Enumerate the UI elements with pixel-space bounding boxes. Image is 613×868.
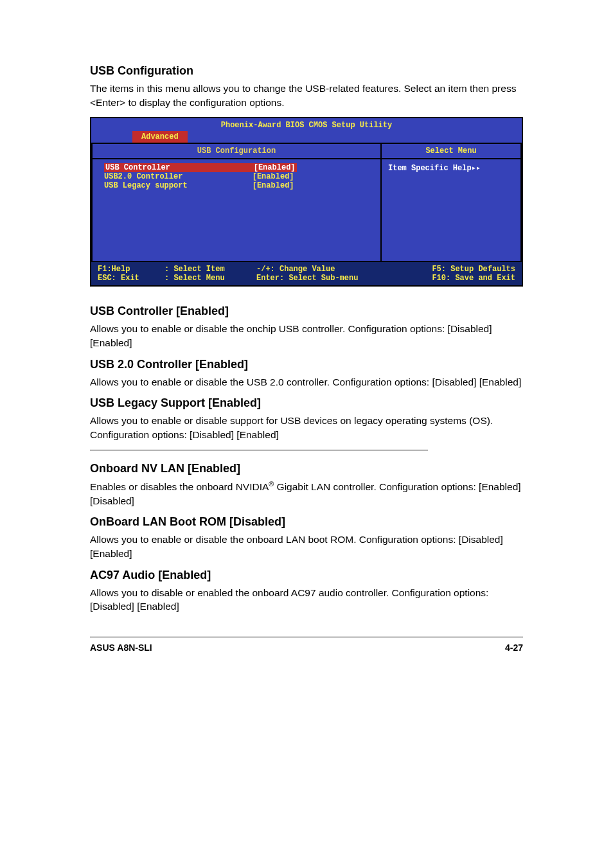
- footer-pagenum: 4-27: [505, 642, 523, 653]
- text-ac97: Allows you to disable or enabled the onb…: [90, 586, 523, 614]
- heading-nvlan: Onboard NV LAN [Enabled]: [90, 462, 523, 475]
- bios-item-label: USB2.0 Controller: [104, 172, 253, 181]
- bios-item-label: USB Controller: [104, 163, 253, 172]
- footer-col: -/+: Change Value Enter: Select Sub-menu: [256, 265, 390, 283]
- bios-item-value: [Enabled]: [253, 181, 294, 190]
- bios-item-usb-controller[interactable]: USB Controller [Enabled]: [104, 163, 369, 172]
- bios-screenshot: Phoenix-Award BIOS CMOS Setup Utility Ad…: [90, 117, 523, 287]
- footer-f1: F1:Help: [98, 265, 164, 274]
- bios-footer: F1:Help ESC: Exit : Select Item : Select…: [91, 262, 522, 285]
- footer-f5: F5: Setup Defaults: [390, 265, 515, 274]
- arrow-right-icon: [472, 164, 481, 173]
- footer-product: ASUS A8N-SLI: [90, 642, 152, 653]
- bios-tab-advanced: Advanced: [132, 131, 188, 143]
- heading-usb20: USB 2.0 Controller [Enabled]: [90, 358, 523, 371]
- bios-item-value: [Enabled]: [253, 172, 294, 181]
- bios-title: Phoenix-Award BIOS CMOS Setup Utility: [91, 118, 522, 131]
- text-nvlan: Enables or disables the onboard NVIDIA® …: [90, 479, 523, 508]
- footer-col: F1:Help ESC: Exit: [98, 265, 164, 283]
- page-footer: ASUS A8N-SLI 4-27: [90, 637, 523, 653]
- tab-spacer: [91, 131, 132, 143]
- bios-item-value: [Enabled]: [253, 163, 297, 172]
- bios-item-legacy[interactable]: USB Legacy support [Enabled]: [104, 181, 369, 190]
- footer-f10: F10: Save and Exit: [390, 274, 515, 283]
- bios-help-body: Item Specific Help: [382, 159, 520, 177]
- footer-enter: Enter: Select Sub-menu: [256, 274, 390, 283]
- heading-usb-controller: USB Controller [Enabled]: [90, 305, 523, 318]
- footer-change: -/+: Change Value: [256, 265, 390, 274]
- text-legacy: Allows you to enable or disable support …: [90, 414, 523, 441]
- bios-left-panel: USB Configuration USB Controller [Enable…: [91, 143, 380, 262]
- text-usb-controller: Allows you to enable or disable the onch…: [90, 322, 523, 350]
- bios-help-text: Item Specific Help: [388, 164, 472, 173]
- bios-left-head: USB Configuration: [93, 144, 380, 159]
- footer-sel-item: : Select Item: [164, 265, 256, 274]
- section: USB Configuration The items in this menu…: [90, 64, 523, 109]
- bios-body: USB Controller [Enabled] USB2.0 Controll…: [93, 159, 380, 261]
- heading-legacy: USB Legacy Support [Enabled]: [90, 396, 523, 410]
- heading-bootrom: OnBoard LAN Boot ROM [Disabled]: [90, 515, 523, 529]
- footer-col: : Select Item : Select Menu: [164, 265, 256, 283]
- divider: [90, 450, 428, 450]
- footer-col: F5: Setup Defaults F10: Save and Exit: [390, 265, 515, 283]
- heading-usb-config: USB Configuration: [90, 64, 523, 78]
- heading-ac97: AC97 Audio [Enabled]: [90, 569, 523, 582]
- bios-tabs: Advanced: [91, 131, 522, 143]
- text-nvlan-a: Enables or disables the onboard NVIDIA: [90, 481, 269, 492]
- footer-esc: ESC: Exit: [98, 274, 164, 283]
- text-usb20: Allows you to enable or disable the USB …: [90, 375, 523, 389]
- text-bootrom: Allows you to enable or disable the onbo…: [90, 533, 523, 560]
- bios-right-head: Select Menu: [382, 144, 520, 159]
- bios-item-label: USB Legacy support: [104, 181, 253, 190]
- bios-item-usb20[interactable]: USB2.0 Controller [Enabled]: [104, 172, 369, 181]
- text-usb-config: The items in this menu allows you to cha…: [90, 82, 523, 109]
- bios-right-panel: Select Menu Item Specific Help: [380, 143, 522, 262]
- footer-sel-menu: : Select Menu: [164, 274, 256, 283]
